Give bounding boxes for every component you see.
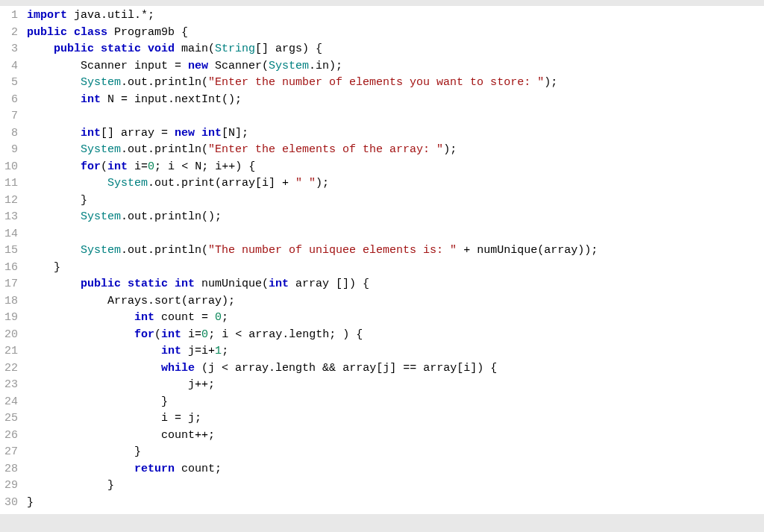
code-line[interactable]: Scanner input = new Scanner(System.in); (27, 58, 764, 75)
line-number: 2 (3, 25, 18, 42)
line-number: 9 (3, 142, 18, 159)
code-token: " " (295, 177, 316, 190)
code-token: main( (181, 43, 215, 55)
code-token: < (222, 362, 235, 375)
code-token: ; (222, 345, 228, 357)
line-number: 26 (3, 428, 18, 445)
code-line[interactable]: i = j; (27, 410, 764, 428)
code-line[interactable]: } (27, 495, 764, 512)
code-token: int (161, 345, 188, 357)
code-token: public static int (81, 278, 201, 290)
code-token: } (161, 395, 168, 408)
code-token: array []) { (295, 278, 369, 290)
code-line[interactable]: count++; (27, 428, 764, 445)
code-line[interactable]: for(int i=0; i < N; i++) { (27, 159, 764, 176)
code-token: ; i (208, 328, 235, 341)
code-token: 0 (201, 328, 208, 341)
code-token: [] args) { (255, 43, 322, 55)
code-line[interactable]: for(int i=0; i < array.length; ) { (27, 327, 764, 344)
line-number: 18 (3, 293, 18, 310)
code-token: while (161, 362, 201, 375)
code-token: j; (188, 412, 201, 425)
code-token: [] array (101, 127, 161, 140)
code-token: int (134, 311, 161, 324)
code-token: count (161, 429, 195, 442)
line-number: 8 (3, 125, 18, 143)
code-line[interactable] (27, 108, 764, 125)
code-token: j (188, 345, 195, 357)
line-number: 1 (3, 7, 18, 25)
code-token: i (134, 160, 141, 173)
code-token: i (161, 412, 175, 425)
code-line[interactable]: System.out.print(array[i] + " "); (27, 175, 764, 193)
code-token: System (269, 60, 309, 72)
line-number: 7 (3, 108, 18, 125)
code-token: array.length (235, 362, 322, 375)
line-number: 4 (3, 58, 18, 75)
code-line[interactable]: } (27, 394, 764, 411)
code-token: System (107, 177, 148, 190)
code-token: } (134, 445, 141, 458)
line-number: 3 (3, 41, 18, 58)
line-number: 14 (3, 226, 18, 243)
code-line[interactable]: Arrays.sort(array); (27, 293, 764, 310)
code-token: } (27, 496, 34, 509)
code-token: int (269, 278, 295, 290)
code-line[interactable]: } (27, 444, 764, 461)
code-line[interactable]: System.out.println("The number of unique… (27, 242, 764, 260)
line-number: 17 (3, 276, 18, 293)
code-token: ); (443, 143, 457, 156)
code-line[interactable]: int j=i+1; (27, 343, 764, 360)
code-line[interactable]: System.out.println(); (27, 209, 764, 226)
code-area[interactable]: import java.util.*;public class Program9… (24, 6, 764, 532)
code-token: (j (201, 362, 222, 375)
code-token: System (81, 244, 121, 257)
code-line[interactable]: int N = input.nextInt(); (27, 92, 764, 109)
code-token: N; i (195, 160, 222, 173)
code-line[interactable]: int[] array = new int[N]; (27, 125, 764, 143)
code-token: numUnique( (201, 278, 269, 290)
code-token: = (121, 93, 134, 106)
code-token: ; (208, 378, 215, 391)
code-token: + (282, 177, 295, 190)
code-token: .in); (309, 60, 342, 72)
code-line[interactable]: } (27, 478, 764, 495)
code-token: array[j] (342, 362, 403, 375)
code-token: ( (101, 160, 107, 173)
code-line[interactable]: while (j < array.length && array[j] == a… (27, 360, 764, 378)
code-line[interactable]: import java.util.*; (27, 7, 764, 25)
code-token: + (208, 345, 215, 357)
code-editor[interactable]: 1234567891011121314151617181920212223242… (0, 0, 764, 532)
code-line[interactable] (27, 226, 764, 243)
code-line[interactable]: public static void main(String[] args) { (27, 41, 764, 58)
code-line[interactable]: int count = 0; (27, 310, 764, 327)
code-token: ) { (235, 160, 255, 173)
code-token: new (188, 60, 215, 72)
code-token: for (81, 160, 101, 173)
code-token: ++ (222, 160, 235, 173)
line-number: 11 (3, 175, 18, 193)
code-token: input.nextInt(); (134, 93, 242, 106)
status-bar (0, 514, 764, 532)
code-line[interactable]: System.out.println("Enter the elements o… (27, 142, 764, 159)
code-token: "Enter the number of elements you want t… (208, 76, 544, 89)
line-number: 16 (3, 260, 18, 277)
code-token: System (81, 76, 121, 89)
code-token: { (181, 26, 188, 39)
code-line[interactable]: System.out.println("Enter the number of … (27, 75, 764, 92)
code-token: N (107, 93, 121, 106)
code-token: .out.println( (121, 76, 208, 89)
line-number: 22 (3, 360, 18, 378)
code-token: } (107, 479, 114, 492)
code-line[interactable]: } (27, 193, 764, 210)
code-token: ; (222, 311, 228, 324)
code-line[interactable]: public class Program9b { (27, 25, 764, 42)
code-line[interactable]: return count; (27, 461, 764, 478)
line-number: 15 (3, 242, 18, 260)
code-line[interactable]: } (27, 260, 764, 277)
code-token: int (107, 160, 134, 173)
code-token: ; (208, 429, 215, 442)
code-token: ++ (195, 378, 208, 391)
code-line[interactable]: j++; (27, 377, 764, 394)
code-line[interactable]: public static int numUnique(int array []… (27, 276, 764, 293)
